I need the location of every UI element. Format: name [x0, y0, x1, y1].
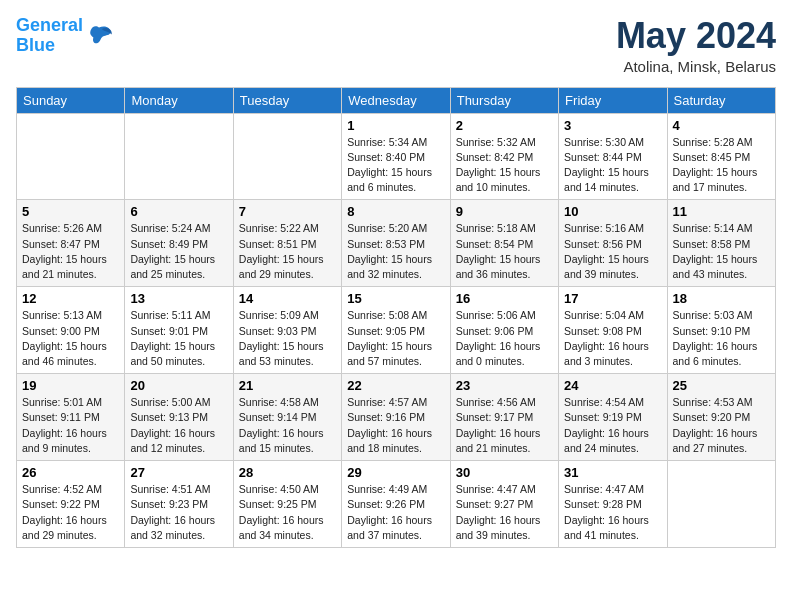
calendar-cell: 21Sunrise: 4:58 AMSunset: 9:14 PMDayligh… [233, 374, 341, 461]
calendar-cell: 20Sunrise: 5:00 AMSunset: 9:13 PMDayligh… [125, 374, 233, 461]
day-info: Sunrise: 4:47 AMSunset: 9:27 PMDaylight:… [456, 482, 553, 543]
day-info: Sunrise: 4:58 AMSunset: 9:14 PMDaylight:… [239, 395, 336, 456]
day-info: Sunrise: 5:22 AMSunset: 8:51 PMDaylight:… [239, 221, 336, 282]
calendar-cell: 23Sunrise: 4:56 AMSunset: 9:17 PMDayligh… [450, 374, 558, 461]
calendar-cell: 8Sunrise: 5:20 AMSunset: 8:53 PMDaylight… [342, 200, 450, 287]
calendar-cell: 3Sunrise: 5:30 AMSunset: 8:44 PMDaylight… [559, 113, 667, 200]
week-row-5: 26Sunrise: 4:52 AMSunset: 9:22 PMDayligh… [17, 461, 776, 548]
day-info: Sunrise: 5:14 AMSunset: 8:58 PMDaylight:… [673, 221, 770, 282]
day-number: 20 [130, 378, 227, 393]
logo: GeneralBlue [16, 16, 113, 56]
day-info: Sunrise: 5:06 AMSunset: 9:06 PMDaylight:… [456, 308, 553, 369]
calendar-cell: 6Sunrise: 5:24 AMSunset: 8:49 PMDaylight… [125, 200, 233, 287]
calendar-cell: 25Sunrise: 4:53 AMSunset: 9:20 PMDayligh… [667, 374, 775, 461]
day-info: Sunrise: 4:49 AMSunset: 9:26 PMDaylight:… [347, 482, 444, 543]
week-row-3: 12Sunrise: 5:13 AMSunset: 9:00 PMDayligh… [17, 287, 776, 374]
weekday-header-tuesday: Tuesday [233, 87, 341, 113]
week-row-2: 5Sunrise: 5:26 AMSunset: 8:47 PMDaylight… [17, 200, 776, 287]
day-info: Sunrise: 4:51 AMSunset: 9:23 PMDaylight:… [130, 482, 227, 543]
calendar-cell: 19Sunrise: 5:01 AMSunset: 9:11 PMDayligh… [17, 374, 125, 461]
day-number: 22 [347, 378, 444, 393]
weekday-header-thursday: Thursday [450, 87, 558, 113]
calendar-cell: 14Sunrise: 5:09 AMSunset: 9:03 PMDayligh… [233, 287, 341, 374]
day-info: Sunrise: 5:20 AMSunset: 8:53 PMDaylight:… [347, 221, 444, 282]
day-info: Sunrise: 5:13 AMSunset: 9:00 PMDaylight:… [22, 308, 119, 369]
day-number: 23 [456, 378, 553, 393]
day-info: Sunrise: 4:52 AMSunset: 9:22 PMDaylight:… [22, 482, 119, 543]
day-info: Sunrise: 4:53 AMSunset: 9:20 PMDaylight:… [673, 395, 770, 456]
day-number: 5 [22, 204, 119, 219]
calendar-cell: 7Sunrise: 5:22 AMSunset: 8:51 PMDaylight… [233, 200, 341, 287]
day-info: Sunrise: 5:28 AMSunset: 8:45 PMDaylight:… [673, 135, 770, 196]
day-number: 14 [239, 291, 336, 306]
calendar-cell: 9Sunrise: 5:18 AMSunset: 8:54 PMDaylight… [450, 200, 558, 287]
calendar-cell [233, 113, 341, 200]
day-number: 27 [130, 465, 227, 480]
day-number: 4 [673, 118, 770, 133]
day-number: 13 [130, 291, 227, 306]
day-number: 18 [673, 291, 770, 306]
calendar-location: Atolina, Minsk, Belarus [616, 58, 776, 75]
week-row-1: 1Sunrise: 5:34 AMSunset: 8:40 PMDaylight… [17, 113, 776, 200]
calendar-cell [667, 461, 775, 548]
day-number: 30 [456, 465, 553, 480]
calendar-cell: 27Sunrise: 4:51 AMSunset: 9:23 PMDayligh… [125, 461, 233, 548]
calendar-cell: 1Sunrise: 5:34 AMSunset: 8:40 PMDaylight… [342, 113, 450, 200]
weekday-header-sunday: Sunday [17, 87, 125, 113]
calendar-cell: 17Sunrise: 5:04 AMSunset: 9:08 PMDayligh… [559, 287, 667, 374]
day-info: Sunrise: 5:11 AMSunset: 9:01 PMDaylight:… [130, 308, 227, 369]
day-info: Sunrise: 4:57 AMSunset: 9:16 PMDaylight:… [347, 395, 444, 456]
logo-text: GeneralBlue [16, 16, 83, 56]
day-info: Sunrise: 5:24 AMSunset: 8:49 PMDaylight:… [130, 221, 227, 282]
day-number: 1 [347, 118, 444, 133]
weekday-header-wednesday: Wednesday [342, 87, 450, 113]
day-number: 28 [239, 465, 336, 480]
day-number: 15 [347, 291, 444, 306]
day-number: 9 [456, 204, 553, 219]
day-info: Sunrise: 5:16 AMSunset: 8:56 PMDaylight:… [564, 221, 661, 282]
day-number: 12 [22, 291, 119, 306]
page-header: GeneralBlue May 2024 Atolina, Minsk, Bel… [16, 16, 776, 75]
weekday-header-monday: Monday [125, 87, 233, 113]
day-number: 24 [564, 378, 661, 393]
day-info: Sunrise: 5:32 AMSunset: 8:42 PMDaylight:… [456, 135, 553, 196]
day-number: 8 [347, 204, 444, 219]
calendar-cell: 24Sunrise: 4:54 AMSunset: 9:19 PMDayligh… [559, 374, 667, 461]
calendar-table: SundayMondayTuesdayWednesdayThursdayFrid… [16, 87, 776, 548]
week-row-4: 19Sunrise: 5:01 AMSunset: 9:11 PMDayligh… [17, 374, 776, 461]
calendar-cell: 31Sunrise: 4:47 AMSunset: 9:28 PMDayligh… [559, 461, 667, 548]
day-number: 19 [22, 378, 119, 393]
day-info: Sunrise: 4:50 AMSunset: 9:25 PMDaylight:… [239, 482, 336, 543]
calendar-cell: 2Sunrise: 5:32 AMSunset: 8:42 PMDaylight… [450, 113, 558, 200]
day-info: Sunrise: 5:34 AMSunset: 8:40 PMDaylight:… [347, 135, 444, 196]
day-info: Sunrise: 5:00 AMSunset: 9:13 PMDaylight:… [130, 395, 227, 456]
weekday-header-saturday: Saturday [667, 87, 775, 113]
day-info: Sunrise: 5:01 AMSunset: 9:11 PMDaylight:… [22, 395, 119, 456]
day-number: 7 [239, 204, 336, 219]
calendar-cell [125, 113, 233, 200]
day-info: Sunrise: 5:18 AMSunset: 8:54 PMDaylight:… [456, 221, 553, 282]
day-info: Sunrise: 5:30 AMSunset: 8:44 PMDaylight:… [564, 135, 661, 196]
day-info: Sunrise: 5:26 AMSunset: 8:47 PMDaylight:… [22, 221, 119, 282]
day-number: 26 [22, 465, 119, 480]
logo-bird-icon [85, 22, 113, 50]
calendar-cell: 29Sunrise: 4:49 AMSunset: 9:26 PMDayligh… [342, 461, 450, 548]
day-number: 25 [673, 378, 770, 393]
day-number: 16 [456, 291, 553, 306]
day-info: Sunrise: 5:09 AMSunset: 9:03 PMDaylight:… [239, 308, 336, 369]
weekday-header-row: SundayMondayTuesdayWednesdayThursdayFrid… [17, 87, 776, 113]
day-info: Sunrise: 4:56 AMSunset: 9:17 PMDaylight:… [456, 395, 553, 456]
day-info: Sunrise: 5:08 AMSunset: 9:05 PMDaylight:… [347, 308, 444, 369]
calendar-cell: 12Sunrise: 5:13 AMSunset: 9:00 PMDayligh… [17, 287, 125, 374]
calendar-cell: 30Sunrise: 4:47 AMSunset: 9:27 PMDayligh… [450, 461, 558, 548]
calendar-cell: 22Sunrise: 4:57 AMSunset: 9:16 PMDayligh… [342, 374, 450, 461]
day-info: Sunrise: 5:04 AMSunset: 9:08 PMDaylight:… [564, 308, 661, 369]
calendar-cell [17, 113, 125, 200]
calendar-cell: 26Sunrise: 4:52 AMSunset: 9:22 PMDayligh… [17, 461, 125, 548]
day-info: Sunrise: 4:54 AMSunset: 9:19 PMDaylight:… [564, 395, 661, 456]
day-number: 21 [239, 378, 336, 393]
calendar-cell: 15Sunrise: 5:08 AMSunset: 9:05 PMDayligh… [342, 287, 450, 374]
calendar-cell: 11Sunrise: 5:14 AMSunset: 8:58 PMDayligh… [667, 200, 775, 287]
day-number: 17 [564, 291, 661, 306]
day-number: 11 [673, 204, 770, 219]
